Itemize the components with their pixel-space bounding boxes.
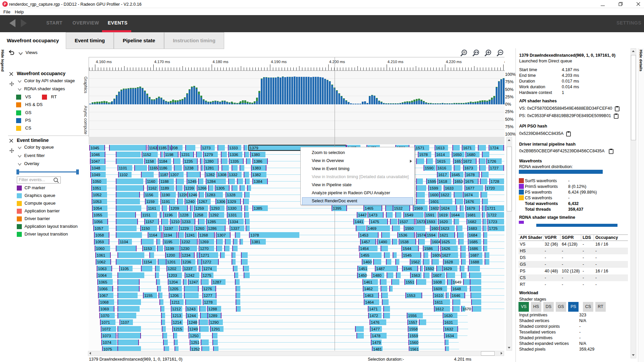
svg-text:1189: 1189 [161,186,169,190]
svg-text:1051: 1051 [93,186,101,190]
svg-text:1611: 1611 [435,300,443,304]
svg-text:1683: 1683 [468,226,477,230]
svg-text:1558: 1558 [409,327,418,331]
svg-text:1619: 1619 [439,213,448,217]
svg-text:1336: 1336 [230,153,238,157]
svg-text:1615: 1615 [437,159,446,163]
svg-text:1153: 1153 [144,247,152,251]
svg-text:1487: 1487 [376,267,385,271]
svg-text:4.170 ms: 4.170 ms [154,60,170,64]
svg-text:1273: 1273 [202,146,211,150]
svg-text:1537: 1537 [399,220,408,224]
svg-text:1679: 1679 [466,206,475,210]
svg-text:1059: 1059 [95,240,104,244]
svg-text:1203: 1203 [168,273,177,277]
svg-text:1050: 1050 [93,179,101,184]
svg-text:1645: 1645 [451,173,460,177]
svg-text:1200: 1200 [166,253,175,257]
svg-text:1610: 1610 [434,294,443,298]
svg-text:1490: 1490 [379,240,387,244]
svg-text:1244: 1244 [187,314,196,318]
svg-text:1461: 1461 [364,280,373,284]
svg-text:1378: 1378 [250,233,259,237]
svg-text:4.220 ms: 4.220 ms [446,60,462,64]
svg-text:1199: 1199 [166,247,174,251]
svg-text:1069: 1069 [100,307,109,311]
svg-text:1609: 1609 [434,287,442,291]
svg-text:1453: 1453 [360,233,368,237]
svg-text:1229: 1229 [180,226,189,230]
svg-text:1101: 1101 [119,166,127,170]
svg-text:1208: 1208 [169,146,178,150]
svg-text:1616: 1616 [438,166,446,170]
svg-text:1476: 1476 [371,320,380,324]
svg-text:1052: 1052 [93,193,102,197]
svg-text:1455: 1455 [361,253,369,257]
svg-text:1559: 1559 [409,334,418,338]
svg-text:1154: 1154 [144,260,152,264]
svg-text:1571: 1571 [416,146,425,150]
svg-text:1246: 1246 [189,193,197,197]
svg-text:1626: 1626 [442,247,450,251]
svg-text:1152: 1152 [143,153,151,157]
svg-text:1060: 1060 [96,247,105,251]
svg-text:1238: 1238 [185,166,194,170]
svg-text:1599: 1599 [430,186,438,190]
svg-text:1240: 1240 [186,200,195,204]
svg-text:1307: 1307 [217,233,226,237]
svg-text:1073: 1073 [102,334,111,338]
svg-text:1677: 1677 [466,186,475,190]
svg-text:1631: 1631 [444,320,453,324]
svg-text:1337: 1337 [231,226,240,230]
svg-text:1595: 1595 [428,179,436,184]
svg-text:1688: 1688 [470,260,479,264]
svg-text:1602: 1602 [431,206,439,210]
svg-text:1212: 1212 [172,307,181,311]
svg-text:1308: 1308 [218,173,227,177]
svg-text:4.160 ms: 4.160 ms [96,60,112,64]
svg-text:1047: 1047 [91,159,100,163]
svg-text:1574: 1574 [417,233,426,237]
svg-text:1457: 1457 [361,240,370,244]
svg-text:1164: 1164 [149,233,157,237]
svg-text:1383: 1383 [252,166,261,170]
svg-text:1600: 1600 [430,193,439,197]
svg-text:1604: 1604 [432,240,441,244]
svg-text:1068: 1068 [100,300,109,304]
svg-text:1646: 1646 [452,294,460,298]
svg-text:1046: 1046 [91,153,100,157]
svg-text:1648: 1648 [452,287,461,291]
svg-text:1231: 1231 [181,153,190,157]
svg-text:1284: 1284 [207,179,216,184]
svg-text:1237: 1237 [184,267,193,271]
svg-text:1275: 1275 [203,273,211,277]
svg-text:1184: 1184 [159,159,167,163]
svg-text:1245: 1245 [188,179,197,184]
svg-text:1622: 1622 [441,193,449,197]
svg-text:4.210 ms: 4.210 ms [388,60,404,64]
svg-text:1451: 1451 [359,267,367,271]
svg-text:1549: 1549 [405,213,413,217]
svg-text:1055: 1055 [94,213,102,217]
svg-text:1617: 1617 [438,173,447,177]
svg-text:1460: 1460 [363,260,372,264]
svg-text:1215: 1215 [174,327,182,331]
svg-text:1241: 1241 [186,233,195,237]
svg-text:1684: 1684 [469,233,478,237]
svg-text:1578: 1578 [419,153,428,157]
svg-text:1335: 1335 [230,159,239,163]
svg-text:1274: 1274 [203,267,212,271]
svg-text:1592: 1592 [426,267,434,271]
svg-text:1074: 1074 [103,341,111,345]
svg-text:1569: 1569 [414,206,423,210]
svg-text:1259: 1259 [195,206,204,210]
svg-text:1472: 1472 [369,314,378,318]
svg-text:1056: 1056 [94,220,103,224]
svg-text:1382: 1382 [252,173,261,177]
svg-text:1330: 1330 [228,206,237,210]
svg-text:1573: 1573 [417,220,426,224]
svg-text:1278: 1278 [204,300,213,304]
svg-text:1210: 1210 [171,220,180,224]
svg-text:1197: 1197 [165,226,173,230]
svg-text:1160: 1160 [147,179,155,184]
